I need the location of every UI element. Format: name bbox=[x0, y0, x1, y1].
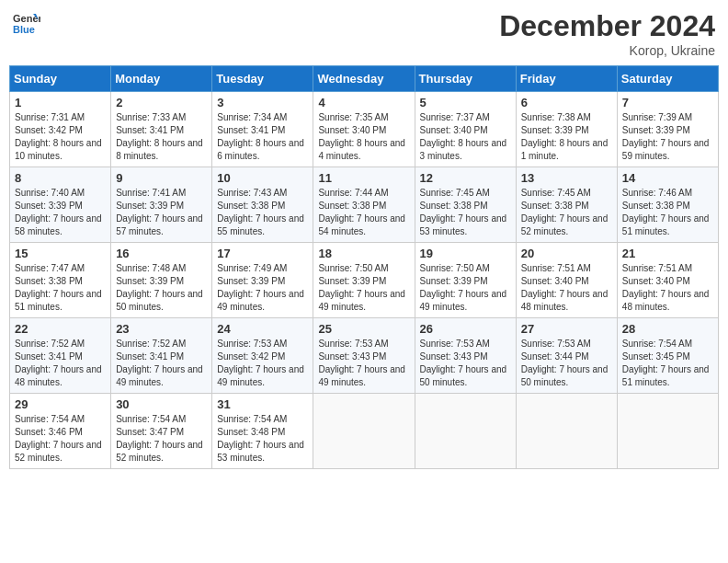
day-number: 2 bbox=[116, 96, 207, 109]
cell-text: Sunrise: 7:40 AMSunset: 3:39 PMDaylight:… bbox=[15, 187, 106, 238]
cell-text: Sunrise: 7:53 AMSunset: 3:42 PMDaylight:… bbox=[217, 338, 308, 389]
calendar-cell: 28Sunrise: 7:54 AMSunset: 3:45 PMDayligh… bbox=[617, 318, 718, 394]
logo-icon: General Blue bbox=[13, 9, 40, 37]
cell-text: Sunrise: 7:53 AMSunset: 3:44 PMDaylight:… bbox=[521, 338, 612, 389]
day-header-wednesday: Wednesday bbox=[313, 66, 415, 92]
calendar-cell bbox=[516, 394, 617, 469]
calendar-cell: 12Sunrise: 7:45 AMSunset: 3:38 PMDayligh… bbox=[415, 167, 516, 243]
day-number: 12 bbox=[420, 171, 511, 185]
day-header-saturday: Saturday bbox=[617, 66, 718, 92]
calendar-week-3: 15Sunrise: 7:47 AMSunset: 3:38 PMDayligh… bbox=[10, 243, 719, 318]
cell-text: Sunrise: 7:39 AMSunset: 3:39 PMDaylight:… bbox=[622, 111, 713, 163]
day-number: 29 bbox=[15, 397, 106, 411]
calendar-cell: 24Sunrise: 7:53 AMSunset: 3:42 PMDayligh… bbox=[212, 318, 313, 394]
cell-text: Sunrise: 7:54 AMSunset: 3:45 PMDaylight:… bbox=[622, 338, 713, 389]
day-number: 26 bbox=[420, 322, 511, 336]
day-number: 14 bbox=[622, 171, 713, 185]
calendar-cell: 25Sunrise: 7:53 AMSunset: 3:43 PMDayligh… bbox=[313, 318, 415, 394]
day-header-monday: Monday bbox=[111, 66, 212, 92]
calendar-cell bbox=[415, 394, 516, 469]
cell-text: Sunrise: 7:46 AMSunset: 3:38 PMDaylight:… bbox=[622, 187, 713, 238]
day-number: 23 bbox=[116, 322, 207, 336]
calendar-cell: 17Sunrise: 7:49 AMSunset: 3:39 PMDayligh… bbox=[212, 243, 313, 318]
calendar-cell: 16Sunrise: 7:48 AMSunset: 3:39 PMDayligh… bbox=[111, 243, 212, 318]
day-number: 10 bbox=[217, 171, 308, 185]
cell-text: Sunrise: 7:43 AMSunset: 3:38 PMDaylight:… bbox=[217, 187, 308, 238]
calendar-cell: 10Sunrise: 7:43 AMSunset: 3:38 PMDayligh… bbox=[212, 167, 313, 243]
day-number: 6 bbox=[521, 96, 612, 109]
day-number: 31 bbox=[217, 397, 308, 411]
title-block: December 2024 Korop, Ukraine bbox=[499, 9, 715, 58]
calendar-week-5: 29Sunrise: 7:54 AMSunset: 3:46 PMDayligh… bbox=[10, 394, 719, 469]
cell-text: Sunrise: 7:37 AMSunset: 3:40 PMDaylight:… bbox=[420, 111, 511, 163]
day-number: 24 bbox=[217, 322, 308, 336]
day-number: 27 bbox=[521, 322, 612, 336]
calendar-cell bbox=[617, 394, 718, 469]
calendar-table: SundayMondayTuesdayWednesdayThursdayFrid… bbox=[9, 65, 719, 469]
calendar-cell: 2Sunrise: 7:33 AMSunset: 3:41 PMDaylight… bbox=[111, 92, 212, 167]
cell-text: Sunrise: 7:35 AMSunset: 3:40 PMDaylight:… bbox=[318, 111, 409, 163]
calendar-cell: 20Sunrise: 7:51 AMSunset: 3:40 PMDayligh… bbox=[516, 243, 617, 318]
day-number: 8 bbox=[15, 171, 106, 185]
day-number: 11 bbox=[318, 171, 409, 185]
day-number: 7 bbox=[622, 96, 713, 109]
calendar-cell: 4Sunrise: 7:35 AMSunset: 3:40 PMDaylight… bbox=[313, 92, 415, 167]
cell-text: Sunrise: 7:45 AMSunset: 3:38 PMDaylight:… bbox=[420, 187, 511, 238]
day-number: 17 bbox=[217, 247, 308, 260]
day-number: 1 bbox=[15, 96, 106, 109]
cell-text: Sunrise: 7:51 AMSunset: 3:40 PMDaylight:… bbox=[521, 262, 612, 314]
calendar-cell: 27Sunrise: 7:53 AMSunset: 3:44 PMDayligh… bbox=[516, 318, 617, 394]
cell-text: Sunrise: 7:47 AMSunset: 3:38 PMDaylight:… bbox=[15, 262, 106, 314]
day-number: 21 bbox=[622, 247, 713, 260]
calendar-cell: 7Sunrise: 7:39 AMSunset: 3:39 PMDaylight… bbox=[617, 92, 718, 167]
day-header-thursday: Thursday bbox=[415, 66, 516, 92]
location: Korop, Ukraine bbox=[499, 43, 715, 58]
calendar-cell: 23Sunrise: 7:52 AMSunset: 3:41 PMDayligh… bbox=[111, 318, 212, 394]
calendar-cell: 11Sunrise: 7:44 AMSunset: 3:38 PMDayligh… bbox=[313, 167, 415, 243]
cell-text: Sunrise: 7:52 AMSunset: 3:41 PMDaylight:… bbox=[116, 338, 207, 389]
cell-text: Sunrise: 7:53 AMSunset: 3:43 PMDaylight:… bbox=[318, 338, 409, 389]
calendar-cell bbox=[313, 394, 415, 469]
cell-text: Sunrise: 7:50 AMSunset: 3:39 PMDaylight:… bbox=[420, 262, 511, 314]
cell-text: Sunrise: 7:34 AMSunset: 3:41 PMDaylight:… bbox=[217, 111, 308, 163]
cell-text: Sunrise: 7:33 AMSunset: 3:41 PMDaylight:… bbox=[116, 111, 207, 163]
cell-text: Sunrise: 7:38 AMSunset: 3:39 PMDaylight:… bbox=[521, 111, 612, 163]
cell-text: Sunrise: 7:51 AMSunset: 3:40 PMDaylight:… bbox=[622, 262, 713, 314]
calendar-cell: 3Sunrise: 7:34 AMSunset: 3:41 PMDaylight… bbox=[212, 92, 313, 167]
day-header-tuesday: Tuesday bbox=[212, 66, 313, 92]
calendar-cell: 22Sunrise: 7:52 AMSunset: 3:41 PMDayligh… bbox=[10, 318, 111, 394]
cell-text: Sunrise: 7:50 AMSunset: 3:39 PMDaylight:… bbox=[318, 262, 409, 314]
calendar-cell: 15Sunrise: 7:47 AMSunset: 3:38 PMDayligh… bbox=[10, 243, 111, 318]
calendar-cell: 21Sunrise: 7:51 AMSunset: 3:40 PMDayligh… bbox=[617, 243, 718, 318]
calendar-week-1: 1Sunrise: 7:31 AMSunset: 3:42 PMDaylight… bbox=[10, 92, 719, 167]
day-number: 30 bbox=[116, 397, 207, 411]
cell-text: Sunrise: 7:53 AMSunset: 3:43 PMDaylight:… bbox=[420, 338, 511, 389]
calendar-cell: 29Sunrise: 7:54 AMSunset: 3:46 PMDayligh… bbox=[10, 394, 111, 469]
calendar-cell: 26Sunrise: 7:53 AMSunset: 3:43 PMDayligh… bbox=[415, 318, 516, 394]
cell-text: Sunrise: 7:52 AMSunset: 3:41 PMDaylight:… bbox=[15, 338, 106, 389]
day-number: 4 bbox=[318, 96, 409, 109]
calendar-cell: 31Sunrise: 7:54 AMSunset: 3:48 PMDayligh… bbox=[212, 394, 313, 469]
day-header-sunday: Sunday bbox=[10, 66, 111, 92]
day-number: 5 bbox=[420, 96, 511, 109]
day-number: 20 bbox=[521, 247, 612, 260]
calendar-cell: 9Sunrise: 7:41 AMSunset: 3:39 PMDaylight… bbox=[111, 167, 212, 243]
calendar-cell: 30Sunrise: 7:54 AMSunset: 3:47 PMDayligh… bbox=[111, 394, 212, 469]
calendar-week-2: 8Sunrise: 7:40 AMSunset: 3:39 PMDaylight… bbox=[10, 167, 719, 243]
svg-text:Blue: Blue bbox=[13, 24, 35, 35]
calendar-cell: 13Sunrise: 7:45 AMSunset: 3:38 PMDayligh… bbox=[516, 167, 617, 243]
page-header: General Blue December 2024 Korop, Ukrain… bbox=[9, 9, 719, 58]
day-number: 18 bbox=[318, 247, 409, 260]
month-title: December 2024 bbox=[499, 9, 715, 43]
calendar-cell: 1Sunrise: 7:31 AMSunset: 3:42 PMDaylight… bbox=[10, 92, 111, 167]
day-number: 28 bbox=[622, 322, 713, 336]
cell-text: Sunrise: 7:44 AMSunset: 3:38 PMDaylight:… bbox=[318, 187, 409, 238]
calendar-cell: 8Sunrise: 7:40 AMSunset: 3:39 PMDaylight… bbox=[10, 167, 111, 243]
calendar-cell: 6Sunrise: 7:38 AMSunset: 3:39 PMDaylight… bbox=[516, 92, 617, 167]
day-number: 13 bbox=[521, 171, 612, 185]
calendar-body: 1Sunrise: 7:31 AMSunset: 3:42 PMDaylight… bbox=[10, 92, 719, 469]
calendar-header-row: SundayMondayTuesdayWednesdayThursdayFrid… bbox=[10, 66, 719, 92]
day-number: 19 bbox=[420, 247, 511, 260]
cell-text: Sunrise: 7:31 AMSunset: 3:42 PMDaylight:… bbox=[15, 111, 106, 163]
calendar-cell: 19Sunrise: 7:50 AMSunset: 3:39 PMDayligh… bbox=[415, 243, 516, 318]
